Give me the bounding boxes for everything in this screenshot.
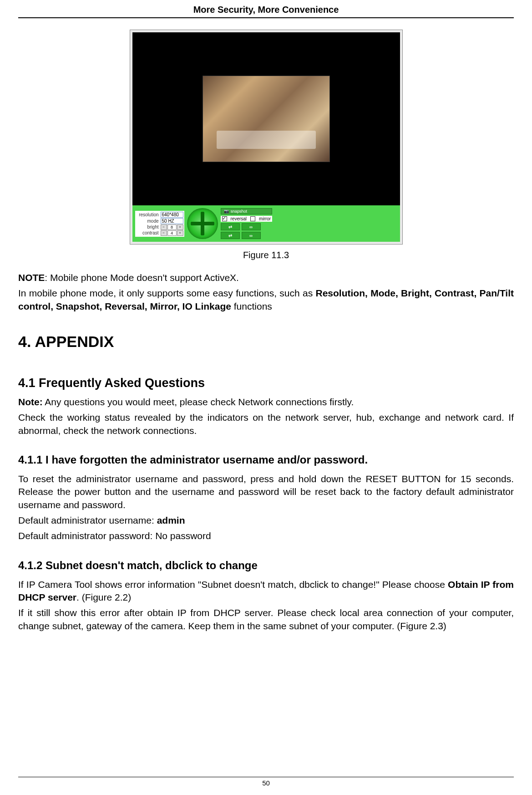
s411-p1: To reset the administrator username and … bbox=[18, 473, 514, 511]
note-paragraph-2: In mobile phone mode, it only supports s… bbox=[18, 287, 514, 313]
resolution-label: resolution bbox=[136, 212, 159, 217]
snapshot-button[interactable]: 📷 snapshot bbox=[221, 208, 273, 214]
video-frame bbox=[203, 76, 330, 162]
note-line1: : Mobile phone Mode doesn't support Acti… bbox=[45, 272, 239, 283]
mode-select[interactable]: 50 HZ bbox=[161, 218, 183, 224]
s411-user: Default administrator username: admin bbox=[18, 514, 514, 527]
io-button-2b[interactable]: ∞ bbox=[242, 232, 261, 239]
s412-p1: If IP Camera Tool shows error informatio… bbox=[18, 578, 514, 604]
io-button-1b[interactable]: ∞ bbox=[242, 223, 261, 230]
page-number: 50 bbox=[18, 777, 514, 787]
resolution-select[interactable]: 640*480 bbox=[161, 212, 183, 218]
faq-note-1: Note: Any questions you would meet, plea… bbox=[18, 396, 514, 408]
note-prefix: NOTE bbox=[18, 272, 45, 283]
faq-note-rest: Any questions you would meet, please che… bbox=[43, 397, 354, 407]
mirror-label: mirror bbox=[259, 216, 271, 221]
reversal-checkbox[interactable] bbox=[222, 216, 227, 221]
bright-value: 8 bbox=[167, 224, 177, 230]
player-controls: resolution 640*480 mode 50 HZ bright − 8… bbox=[132, 205, 400, 242]
note-line2-pre: In mobile phone mode, it only supports s… bbox=[18, 288, 316, 298]
s412-p1-pre: If IP Camera Tool shows error informatio… bbox=[18, 579, 448, 590]
settings-panel: resolution 640*480 mode 50 HZ bright − 8… bbox=[135, 211, 184, 237]
s412-heading: 4.1.2 Subnet doesn't match, dbclick to c… bbox=[18, 559, 514, 572]
bright-increase[interactable]: + bbox=[177, 224, 183, 230]
faq-note-bold: Note: bbox=[18, 397, 43, 407]
reversal-label: reversal bbox=[231, 216, 247, 221]
contrast-decrease[interactable]: − bbox=[161, 230, 167, 236]
appendix-heading: 4. APPENDIX bbox=[18, 333, 514, 351]
faq-note-2: Check the working status revealed by the… bbox=[18, 411, 514, 437]
figure-caption: Figure 11.3 bbox=[18, 250, 514, 260]
s412-p1-post: . (Figure 2.2) bbox=[76, 592, 131, 602]
video-player-area bbox=[132, 32, 400, 205]
pan-tilt-dpad[interactable] bbox=[187, 208, 218, 239]
page-header: More Security, More Convenience bbox=[18, 0, 514, 18]
bright-decrease[interactable]: − bbox=[161, 224, 167, 230]
s411-heading: 4.1.1 I have forgotten the administrator… bbox=[18, 454, 514, 466]
contrast-value: 4 bbox=[167, 230, 177, 236]
right-controls: 📷 snapshot reversal mirror ⇄ ∞ ⇄ ∞ bbox=[221, 208, 273, 239]
s412-p2: If it still show this error after obtain… bbox=[18, 606, 514, 632]
io-button-1a[interactable]: ⇄ bbox=[221, 223, 240, 230]
faq-heading: 4.1 Frequently Asked Questions bbox=[18, 376, 514, 390]
io-button-2a[interactable]: ⇄ bbox=[221, 232, 240, 239]
bright-label: bright bbox=[136, 224, 159, 229]
contrast-label: contrast bbox=[136, 230, 159, 235]
mirror-checkbox[interactable] bbox=[250, 216, 255, 221]
s411-user-pre: Default administrator username: bbox=[18, 515, 157, 525]
s411-pass: Default administrator password: No passw… bbox=[18, 530, 514, 542]
snapshot-label: snapshot bbox=[231, 209, 248, 214]
note-paragraph-1: NOTE: Mobile phone Mode doesn't support … bbox=[18, 271, 514, 284]
figure-11-3: resolution 640*480 mode 50 HZ bright − 8… bbox=[130, 30, 403, 245]
s411-user-bold: admin bbox=[157, 515, 185, 525]
camera-icon: 📷 bbox=[224, 209, 229, 214]
mode-label: mode bbox=[136, 219, 159, 224]
contrast-increase[interactable]: + bbox=[177, 230, 183, 236]
note-line2-post: functions bbox=[231, 301, 272, 311]
